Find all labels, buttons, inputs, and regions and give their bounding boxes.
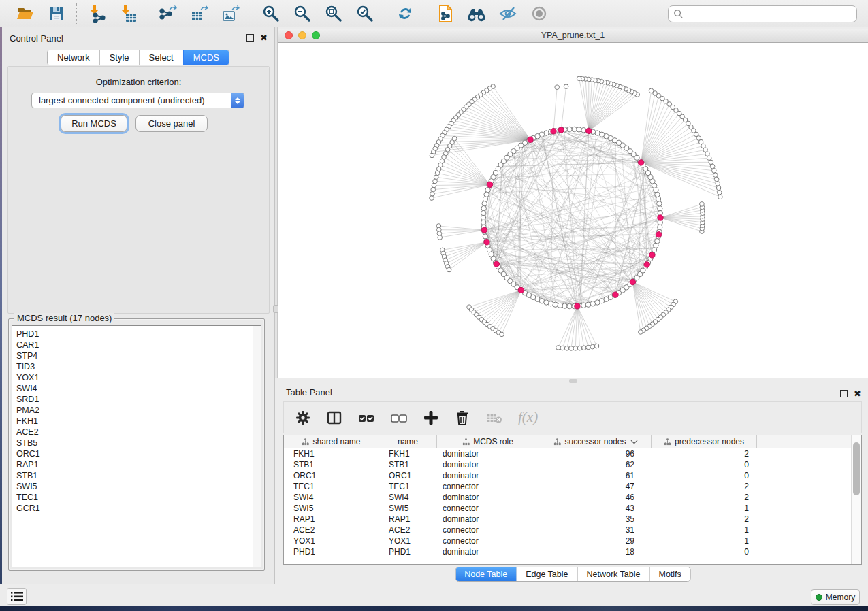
network-node[interactable] [714, 177, 719, 182]
table-scrollbar[interactable] [851, 435, 861, 564]
open-file-icon[interactable] [15, 3, 35, 24]
network-node[interactable] [567, 303, 572, 308]
network-node[interactable] [655, 239, 660, 244]
network-node[interactable] [433, 179, 438, 184]
mcds-hub-node[interactable] [481, 227, 487, 233]
zoom-fit-icon[interactable] [323, 3, 344, 24]
tab-motifs[interactable]: Motifs [649, 567, 690, 581]
new-network-from-selection-icon[interactable] [435, 3, 455, 24]
mcds-hub-node[interactable] [575, 303, 580, 309]
network-node[interactable] [556, 346, 561, 350]
network-node[interactable] [564, 346, 569, 351]
network-node[interactable] [713, 173, 718, 178]
network-node[interactable] [560, 346, 565, 350]
network-node[interactable] [573, 346, 578, 351]
mcds-result-item[interactable]: ACE2 [16, 427, 261, 437]
table-row[interactable]: ORC1ORC1dominator610 [284, 470, 851, 481]
zoom-out-icon[interactable] [292, 3, 312, 24]
close-panel-icon[interactable]: ✖ [854, 390, 861, 397]
network-node[interactable] [548, 301, 553, 306]
node-table[interactable]: shared namenameMCDS rolesuccessor nodesp… [283, 435, 862, 565]
network-node[interactable] [718, 191, 722, 195]
network-node[interactable] [658, 206, 662, 211]
network-node[interactable] [558, 303, 562, 308]
mcds-result-item[interactable]: TID3 [16, 361, 261, 372]
show-all-icon[interactable] [529, 3, 549, 24]
close-panel-button[interactable]: Close panel [135, 115, 208, 132]
tab-network-table[interactable]: Network Table [577, 567, 649, 581]
export-table-icon[interactable] [189, 3, 210, 24]
delete-column-icon[interactable] [454, 410, 470, 426]
import-network-icon[interactable] [86, 3, 107, 24]
network-node[interactable] [500, 332, 504, 337]
network-node[interactable] [649, 88, 654, 93]
table-row[interactable]: SWI4SWI4dominator462 [284, 492, 851, 503]
deselect-all-columns-icon[interactable] [390, 410, 408, 426]
network-node[interactable] [594, 344, 599, 348]
network-node[interactable] [639, 330, 643, 335]
table-settings-gear-icon[interactable] [295, 410, 311, 426]
mcds-result-item[interactable]: PMA2 [16, 405, 261, 416]
mcds-hub-node[interactable] [613, 292, 618, 297]
mcds-result-item[interactable]: YOX1 [16, 372, 261, 383]
mcds-hub-node[interactable] [551, 129, 556, 134]
mcds-result-item[interactable]: STP4 [16, 350, 261, 361]
mcds-result-item[interactable]: PHD1 [16, 329, 261, 340]
network-node[interactable] [585, 302, 590, 307]
network-node[interactable] [431, 187, 436, 192]
mcds-hub-node[interactable] [656, 232, 661, 237]
table-row[interactable]: FKH1FKH1dominator962 [284, 448, 851, 459]
criterion-select[interactable]: largest connected component (undirected) [31, 93, 244, 108]
show-column-panel-icon[interactable] [326, 410, 342, 426]
table-row[interactable]: ACE2ACE2connector311 [284, 525, 851, 535]
column-header-successor-nodes[interactable]: successor nodes [539, 435, 652, 448]
network-node[interactable] [712, 169, 717, 174]
network-node[interactable] [590, 344, 595, 349]
mcds-hub-node[interactable] [528, 137, 533, 142]
mcds-result-item[interactable]: SWI4 [16, 383, 261, 394]
network-node[interactable] [434, 175, 438, 180]
mcds-hub-node[interactable] [494, 261, 499, 267]
network-node[interactable] [438, 235, 443, 240]
task-history-button[interactable] [7, 588, 27, 605]
table-scrollbar-thumb[interactable] [853, 442, 860, 495]
tab-network[interactable]: Network [48, 50, 99, 65]
network-node[interactable] [716, 186, 721, 191]
refresh-view-icon[interactable] [395, 3, 415, 24]
network-node[interactable] [564, 84, 568, 89]
table-row[interactable]: RAP1RAP1dominator352 [284, 514, 851, 525]
select-all-columns-icon[interactable] [357, 410, 375, 426]
network-node[interactable] [577, 346, 582, 350]
network-node[interactable] [553, 302, 558, 307]
mcds-hub-node[interactable] [484, 240, 489, 245]
column-header-predecessor-nodes[interactable]: predecessor nodes [652, 435, 757, 448]
network-node[interactable] [483, 197, 487, 201]
export-image-icon[interactable] [221, 3, 241, 24]
table-row[interactable]: YOX1YOX1connector291 [284, 535, 851, 546]
mcds-result-item[interactable]: FKH1 [16, 416, 261, 427]
tab-mcds[interactable]: MCDS [183, 50, 229, 65]
mcds-result-item[interactable]: TEC1 [16, 492, 261, 503]
tab-style[interactable]: Style [99, 50, 139, 65]
network-node[interactable] [481, 206, 486, 211]
search-input[interactable] [684, 9, 856, 19]
save-session-icon[interactable] [46, 3, 67, 24]
network-node[interactable] [572, 127, 577, 131]
tab-node-table[interactable]: Node Table [455, 567, 516, 581]
network-node[interactable] [577, 76, 581, 81]
table-row[interactable]: PHD1PHD1dominator180 [284, 546, 851, 557]
network-node[interactable] [656, 197, 660, 201]
export-network-icon[interactable] [158, 3, 178, 24]
mcds-result-item[interactable]: STB1 [16, 470, 261, 481]
mcds-result-item[interactable]: GCR1 [16, 503, 261, 514]
hide-selected-icon[interactable] [498, 3, 518, 24]
network-node[interactable] [555, 85, 560, 90]
mcds-result-item[interactable]: RAP1 [16, 459, 261, 470]
network-node[interactable] [481, 210, 486, 215]
network-node[interactable] [483, 234, 487, 239]
mcds-result-item[interactable]: STB5 [16, 437, 261, 448]
find-icon[interactable] [466, 3, 487, 24]
mcds-result-item[interactable]: SRD1 [16, 394, 261, 405]
network-node[interactable] [430, 153, 434, 158]
network-node[interactable] [716, 182, 720, 186]
